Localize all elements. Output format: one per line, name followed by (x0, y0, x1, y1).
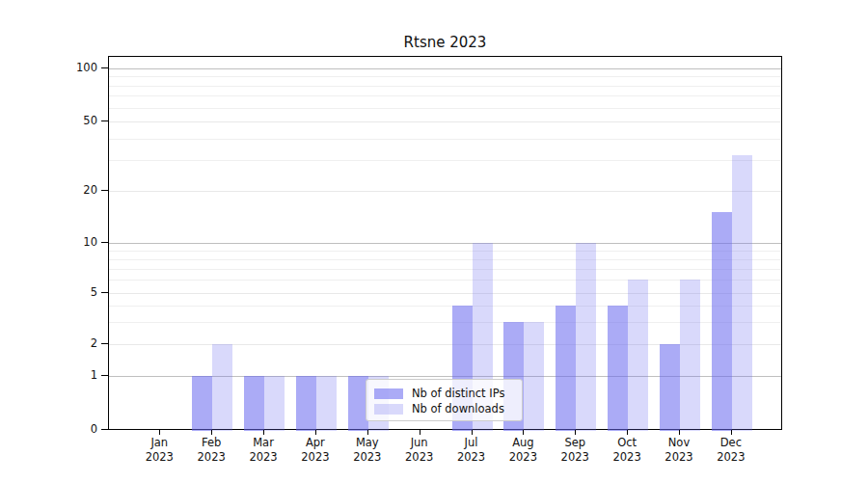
x-axis-tick (211, 430, 212, 435)
x-axis-tick (367, 430, 368, 435)
plot-area: Nb of distinct IPs Nb of downloads (108, 56, 782, 430)
gridline (109, 76, 781, 77)
y-axis-tick (101, 67, 108, 68)
bar-downloads (680, 280, 700, 431)
gridline (109, 269, 781, 270)
y-axis-tick (101, 190, 108, 191)
legend-swatch-downloads (374, 404, 403, 415)
x-axis-tick (523, 430, 524, 435)
bar-distinct-ips (556, 306, 576, 431)
gridline (109, 86, 781, 87)
bar-downloads (212, 344, 232, 431)
legend: Nb of distinct IPs Nb of downloads (366, 379, 523, 421)
x-axis-tick (263, 430, 264, 435)
bar-downloads (628, 280, 648, 431)
legend-item-downloads: Nb of downloads (374, 401, 514, 416)
y-axis-tick (101, 242, 108, 243)
bar-distinct-ips (296, 376, 316, 431)
y-axis-tick (101, 120, 108, 121)
y-tick-label: 20 (0, 182, 97, 198)
x-axis-tick (679, 430, 680, 435)
gridline (109, 68, 781, 69)
x-axis-tick (315, 430, 316, 435)
x-axis-tick (575, 430, 576, 435)
y-axis-tick (101, 429, 108, 430)
x-axis-tick (420, 430, 420, 435)
bar-downloads (576, 243, 596, 431)
gridline (109, 160, 781, 161)
y-tick-label: 2 (0, 335, 97, 351)
bar-downloads (732, 155, 752, 431)
y-tick-label: 5 (0, 284, 97, 300)
legend-item-distinct-ips: Nb of distinct IPs (374, 386, 514, 401)
x-tick-label: Dec2023 (700, 436, 762, 465)
gridline (109, 259, 781, 260)
y-axis-tick (101, 343, 108, 344)
gridline (109, 191, 781, 192)
gridline (109, 251, 781, 252)
y-axis-tick (101, 375, 108, 376)
bar-downloads (316, 376, 337, 431)
gridline (109, 121, 781, 122)
x-axis-tick (627, 430, 628, 435)
gridline (109, 108, 781, 109)
x-axis-tick (731, 430, 732, 435)
gridline (109, 95, 781, 96)
bar-downloads (524, 322, 544, 431)
x-axis-tick (159, 430, 160, 435)
bar-distinct-ips (712, 212, 732, 431)
chart-title: Rtsne 2023 (108, 34, 782, 51)
y-tick-label: 10 (0, 234, 97, 250)
bar-downloads (264, 376, 285, 431)
bar-distinct-ips (608, 306, 628, 431)
y-tick-label: 100 (0, 60, 97, 75)
gridline (109, 139, 781, 140)
gridline (109, 243, 781, 244)
bar-distinct-ips (244, 376, 264, 431)
bar-distinct-ips (660, 344, 680, 431)
y-axis-tick (101, 292, 108, 293)
legend-swatch-distinct-ips (374, 388, 403, 399)
x-axis-tick (472, 430, 473, 435)
y-tick-label: 1 (0, 367, 97, 383)
y-tick-label: 0 (0, 421, 97, 437)
figure: Rtsne 2023 Nb of distinct IPs Nb of down… (0, 0, 868, 482)
legend-label-distinct-ips: Nb of distinct IPs (412, 387, 504, 400)
bar-distinct-ips (192, 376, 212, 431)
y-tick-label: 50 (0, 113, 97, 128)
legend-label-downloads: Nb of downloads (412, 402, 504, 415)
